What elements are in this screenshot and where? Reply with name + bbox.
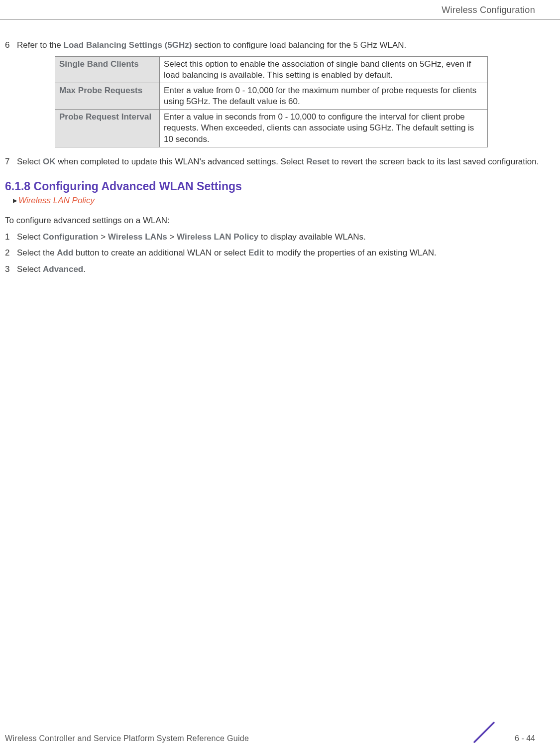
bold-term: Advanced	[43, 264, 83, 274]
step-2: 2 Select the Add button to create an add…	[5, 248, 555, 259]
text-part: Select the	[17, 248, 57, 257]
table-row: Max Probe Requests Enter a value from 0 …	[55, 83, 488, 110]
bold-term: OK	[43, 157, 56, 166]
text-part: when completed to update this WLAN's adv…	[55, 157, 306, 166]
bold-term: Edit	[248, 248, 264, 257]
bold-term: Configuration	[43, 232, 98, 242]
header-title: Wireless Configuration	[442, 5, 535, 15]
text-part: to modify the properties of an existing …	[264, 248, 437, 257]
svg-line-0	[474, 723, 494, 742]
slash-icon	[470, 719, 498, 748]
content-area: 6 Refer to the Load Balancing Settings (…	[0, 20, 560, 275]
row-desc: Select this option to enable the associa…	[160, 56, 488, 83]
step-7: 7 Select OK when completed to update thi…	[5, 156, 555, 168]
text-part: Refer to the	[17, 40, 64, 50]
arrow-icon: ▸	[13, 196, 17, 205]
step-number: 1	[5, 232, 17, 243]
page-header: Wireless Configuration	[0, 0, 560, 20]
bold-term: Wireless LANs	[108, 232, 167, 242]
section-heading: 6.1.8 Configuring Advanced WLAN Settings	[5, 180, 555, 193]
text-part: .	[83, 264, 86, 274]
step-text: Select Configuration > Wireless LANs > W…	[17, 232, 555, 243]
text-part: Select	[17, 157, 43, 166]
step-text: Refer to the Load Balancing Settings (5G…	[17, 40, 555, 51]
text-part: to display available WLANs.	[258, 232, 365, 242]
text-part: Select	[17, 232, 43, 242]
bold-term: Wireless LAN Policy	[177, 232, 258, 242]
step-6: 6 Refer to the Load Balancing Settings (…	[5, 40, 555, 51]
text-part: Select	[17, 264, 43, 274]
footer-line: Wireless Controller and Service Platform…	[5, 734, 535, 743]
step-1: 1 Select Configuration > Wireless LANs >…	[5, 232, 555, 243]
step-number: 7	[5, 156, 17, 168]
page-footer: Wireless Controller and Service Platform…	[0, 734, 560, 743]
step-3: 3 Select Advanced.	[5, 264, 555, 275]
text-part: to revert the screen back to its last sa…	[330, 157, 539, 166]
step-number: 3	[5, 264, 17, 275]
footer-page-number: 6 - 44	[485, 734, 535, 743]
text-part: >	[167, 232, 177, 242]
text-part: section to configure load balancing for …	[192, 40, 406, 50]
row-label: Probe Request Interval	[55, 110, 160, 147]
bold-term: Add	[57, 248, 73, 257]
step-text: Select the Add button to create an addit…	[17, 248, 555, 259]
step-number: 6	[5, 40, 17, 51]
table-row: Probe Request Interval Enter a value in …	[55, 110, 488, 147]
footer-title: Wireless Controller and Service Platform…	[5, 734, 249, 743]
breadcrumb-text: Wireless LAN Policy	[18, 196, 95, 205]
step-text: Select OK when completed to update this …	[17, 156, 555, 168]
row-label: Single Band Clients	[55, 56, 160, 83]
bold-term: Reset	[307, 157, 330, 166]
settings-table: Single Band Clients Select this option t…	[55, 56, 488, 147]
step-number: 2	[5, 248, 17, 259]
page-number-text: 6 - 44	[515, 734, 535, 743]
row-desc: Enter a value from 0 - 10,000 for the ma…	[160, 83, 488, 110]
text-part: >	[98, 232, 108, 242]
bold-term: Load Balancing Settings (5GHz)	[64, 40, 192, 50]
row-label: Max Probe Requests	[55, 83, 160, 110]
text-part: button to create an additional WLAN or s…	[73, 248, 248, 257]
table-row: Single Band Clients Select this option t…	[55, 56, 488, 83]
row-desc: Enter a value in seconds from 0 - 10,000…	[160, 110, 488, 147]
intro-text: To configure advanced settings on a WLAN…	[5, 216, 555, 226]
breadcrumb: ▸Wireless LAN Policy	[13, 195, 555, 206]
step-text: Select Advanced.	[17, 264, 555, 275]
